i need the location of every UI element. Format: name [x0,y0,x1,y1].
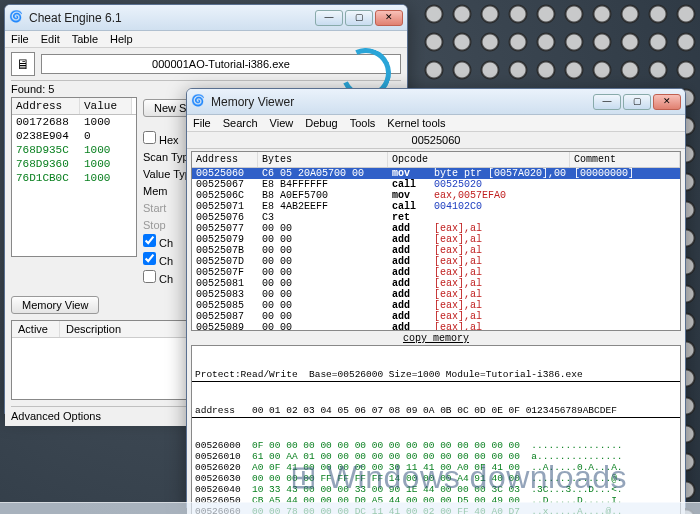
hdr-dis-comment[interactable]: Comment [570,152,680,167]
memory-view-button[interactable]: Memory View [11,296,99,314]
disasm-row[interactable]: 0052507F00 00add[eax],al [192,267,680,278]
disassembly-view[interactable]: Address Bytes Opcode Comment 00525060C6 … [191,151,681,331]
disasm-row[interactable]: 0052507900 00add[eax],al [192,234,680,245]
mv-app-icon: 🌀 [191,94,207,110]
hex-row[interactable]: 00526000 0F 00 00 00 00 00 00 00 00 00 0… [192,440,680,451]
menu-help[interactable]: Help [110,33,133,45]
hex-header-line: address 00 01 02 03 04 05 06 07 08 09 0A… [192,404,680,418]
mv-menu-view[interactable]: View [270,117,294,129]
hdr-value[interactable]: Value [80,98,132,114]
mv-title: Memory Viewer [211,95,593,109]
hdr-dis-opcode[interactable]: Opcode [388,152,570,167]
found-addresses-list[interactable]: Address Value 0017268810000238E9040768D9… [11,97,137,257]
disasm-row[interactable]: 0052508700 00add[eax],al [192,311,680,322]
disasm-row[interactable]: 00525071E8 4AB2EEFFcall004102C0 [192,201,680,212]
hex-row[interactable]: 00526040 10 33 43 00 00 00 33 00 90 1E 4… [192,484,680,495]
hdr-dis-bytes[interactable]: Bytes [258,152,388,167]
disasm-row[interactable]: 0052508500 00add[eax],al [192,300,680,311]
mv-close-button[interactable]: ✕ [653,94,681,110]
addr-row[interactable]: 768D93601000 [12,157,136,171]
menu-edit[interactable]: Edit [41,33,60,45]
minimize-button[interactable]: — [315,10,343,26]
copy-memory-link[interactable]: copy memory [187,333,685,345]
menu-file[interactable]: File [11,33,29,45]
mv-menu-tools[interactable]: Tools [350,117,376,129]
hdr-address[interactable]: Address [12,98,80,114]
mv-menubar: File Search View Debug Tools Kernel tool… [187,115,685,132]
taskbar[interactable] [0,502,700,514]
ce-title: Cheat Engine 6.1 [29,11,315,25]
disasm-row[interactable]: 0052507D00 00add[eax],al [192,256,680,267]
hexdump-view[interactable]: Protect:Read/Write Base=00526000 Size=10… [191,345,681,514]
disasm-row[interactable]: 00525067E8 B4FFFFFFcall00525020 [192,179,680,190]
disasm-row[interactable]: 0052507B00 00add[eax],al [192,245,680,256]
mv-menu-search[interactable]: Search [223,117,258,129]
hdr-active[interactable]: Active [12,321,60,337]
mv-current-address: 00525060 [187,132,685,149]
maximize-button[interactable]: ▢ [345,10,373,26]
addr-row[interactable]: 76D1CB0C1000 [12,171,136,185]
addr-row[interactable]: 768D935C1000 [12,143,136,157]
open-process-button[interactable]: 🖥 [11,52,35,76]
hex-protect-line: Protect:Read/Write Base=00526000 Size=10… [192,368,680,382]
close-button[interactable]: ✕ [375,10,403,26]
menu-table[interactable]: Table [72,33,98,45]
mv-menu-file[interactable]: File [193,117,211,129]
disasm-row[interactable]: 00525076C3ret [192,212,680,223]
ce-menubar: File Edit Table Help [5,31,407,48]
disasm-row[interactable]: 00525060C6 05 20A05700 00movbyte ptr [00… [192,168,680,179]
disasm-row[interactable]: 0052508300 00add[eax],al [192,289,680,300]
mv-maximize-button[interactable]: ▢ [623,94,651,110]
mv-menu-kernel[interactable]: Kernel tools [387,117,445,129]
mv-minimize-button[interactable]: — [593,94,621,110]
app-icon: 🌀 [9,10,25,26]
hex-row[interactable]: 00526020 A0 0F 41 00 00 00 00 00 30 11 4… [192,462,680,473]
hex-row[interactable]: 00526010 61 00 AA 01 00 00 00 00 00 00 0… [192,451,680,462]
disasm-row[interactable]: 0052508100 00add[eax],al [192,278,680,289]
mv-titlebar[interactable]: 🌀 Memory Viewer — ▢ ✕ [187,89,685,115]
addr-row[interactable]: 001726881000 [12,115,136,129]
hex-row[interactable]: 00526030 00 00 00 00 FF FF FF FF 14 00 0… [192,473,680,484]
addr-row[interactable]: 0238E9040 [12,129,136,143]
disasm-row[interactable]: 0052506CB8 A0EF5700moveax,0057EFA0 [192,190,680,201]
hdr-dis-addr[interactable]: Address [192,152,258,167]
memory-viewer-window: 🌀 Memory Viewer — ▢ ✕ File Search View D… [186,88,686,508]
disasm-row[interactable]: 0052508900 00add[eax],al [192,322,680,331]
disasm-row[interactable]: 0052507700 00add[eax],al [192,223,680,234]
mv-menu-debug[interactable]: Debug [305,117,337,129]
ce-titlebar[interactable]: 🌀 Cheat Engine 6.1 — ▢ ✕ [5,5,407,31]
